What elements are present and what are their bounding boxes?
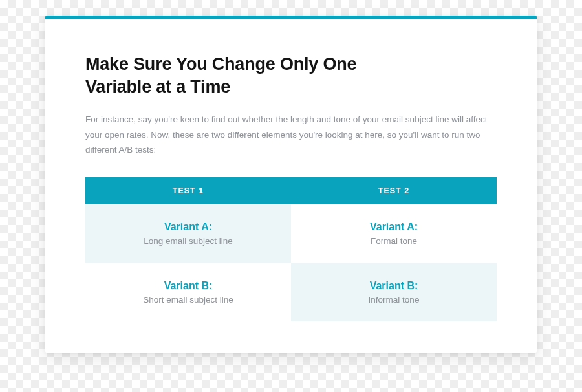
variant-label: Variant B: [96, 280, 281, 292]
variant-desc: Formal tone [301, 236, 486, 246]
cell-test1-variant-b: Variant B: Short email subject line [85, 263, 291, 321]
table-header-test2: TEST 2 [291, 177, 497, 204]
page-title: Make Sure You Change Only One Variable a… [85, 53, 422, 98]
variant-desc: Short email subject line [96, 295, 281, 305]
variant-label: Variant A: [301, 221, 486, 233]
variant-label: Variant A: [96, 221, 281, 233]
table-header-row: TEST 1 TEST 2 [85, 177, 497, 204]
cell-test1-variant-a: Variant A: Long email subject line [85, 204, 291, 263]
variant-desc: Informal tone [301, 295, 486, 305]
table-row: Variant A: Long email subject line Varia… [85, 204, 497, 263]
variant-label: Variant B: [301, 280, 486, 292]
cell-test2-variant-b: Variant B: Informal tone [291, 263, 497, 321]
variant-desc: Long email subject line [96, 236, 281, 246]
content-card: Make Sure You Change Only One Variable a… [45, 16, 537, 353]
table-header-test1: TEST 1 [85, 177, 291, 204]
cell-test2-variant-a: Variant A: Formal tone [291, 204, 497, 263]
card-inner: Make Sure You Change Only One Variable a… [45, 19, 537, 353]
table-row: Variant B: Short email subject line Vari… [85, 263, 497, 321]
ab-test-table: TEST 1 TEST 2 Variant A: Long email subj… [85, 177, 497, 321]
body-paragraph: For instance, say you're keen to find ou… [85, 112, 497, 158]
